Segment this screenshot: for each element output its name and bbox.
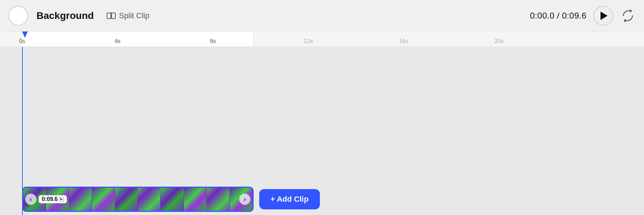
time-display: 0:00.0 / 0:09.6 (530, 11, 586, 21)
toolbar-right: 0:00.0 / 0:09.6 (530, 6, 636, 26)
split-clip-icon (106, 11, 116, 21)
ruler-mark-4s: 4s (115, 38, 121, 44)
svg-rect-1 (112, 13, 115, 19)
svg-rect-0 (107, 13, 111, 19)
clip-frame-8 (184, 188, 207, 211)
playhead-line (22, 47, 23, 183)
play-icon (601, 12, 608, 20)
play-button[interactable] (593, 6, 613, 26)
clip-duration-text: 0:09.6 (42, 196, 58, 202)
time-separator: / (555, 11, 562, 20)
ruler-mark-8s: 8s (210, 38, 216, 44)
clip-frame-9 (207, 188, 229, 211)
ruler-mark-16s: 16s (399, 38, 408, 44)
ruler-mark-0s: 0s (19, 38, 25, 44)
timeline-content (0, 47, 644, 183)
clip-frame-3 (69, 188, 92, 211)
split-clip-label: Split Clip (119, 11, 149, 20)
clip-nav-left[interactable]: ‹ (25, 194, 36, 205)
clip-duration-badge: 0:09.6 (39, 195, 67, 203)
clip-wrapper: ‹ 0:09.6 › (22, 187, 254, 212)
add-clip-button[interactable]: + Add Clip (259, 189, 320, 209)
clip-frame-6 (138, 188, 161, 211)
timeline-ruler: 0s 4s 8s 12s 16s 20s (0, 32, 644, 47)
loop-icon (622, 9, 634, 22)
toolbar: Background Split Clip 0:00.0 / 0:09.6 (0, 0, 644, 32)
time-current: 0:00.0 (530, 11, 555, 20)
clip-play-icon (59, 197, 64, 202)
loop-button[interactable] (620, 8, 636, 23)
track-thumbnail (8, 6, 28, 26)
playhead-handle-area[interactable] (22, 32, 28, 38)
time-total: 0:09.6 (562, 11, 586, 20)
clip-play-triangle (60, 198, 63, 201)
bottom-track: ‹ 0:09.6 › + Add Clip (0, 183, 644, 215)
toolbar-left: Background Split Clip (8, 6, 154, 26)
clip-frame-7 (161, 188, 183, 211)
track-title: Background (36, 10, 94, 21)
playhead-triangle (22, 32, 28, 38)
clip-frame-4 (92, 188, 115, 211)
ruler-mark-12s: 12s (304, 38, 313, 44)
app-container: Background Split Clip 0:00.0 / 0:09.6 (0, 0, 644, 215)
timeline-section: 0s 4s 8s 12s 16s 20s (0, 32, 644, 215)
playhead-line-bottom (22, 183, 23, 215)
clip-nav-right[interactable]: › (239, 194, 250, 205)
clip-frame-5 (115, 188, 138, 211)
ruler-marks: 0s 4s 8s 12s 16s 20s (22, 32, 644, 47)
video-clip[interactable]: ‹ 0:09.6 › (22, 187, 254, 212)
ruler-mark-20s: 20s (495, 38, 504, 44)
split-clip-button[interactable]: Split Clip (102, 8, 154, 23)
